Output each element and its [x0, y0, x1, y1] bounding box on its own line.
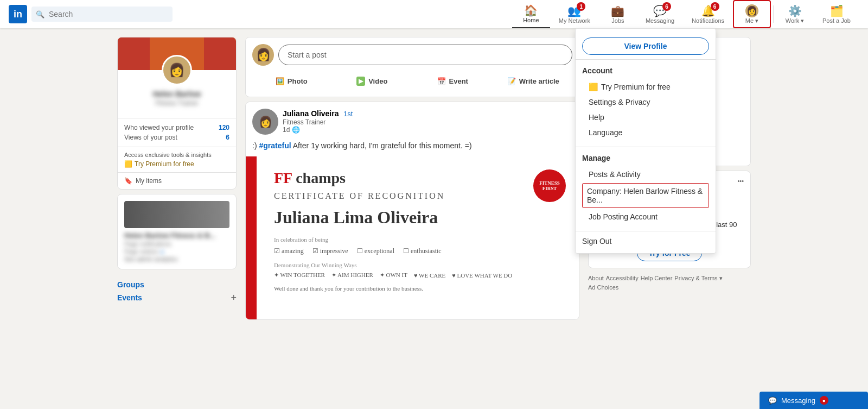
work-icon: ⚙️: [788, 4, 802, 17]
footer-help[interactable]: Help Center: [641, 275, 673, 282]
event-icon: 📅: [437, 77, 446, 85]
certificate-badge: FITNESSFIRST: [533, 169, 566, 202]
nav-item-network[interactable]: 👥 1 My Network: [550, 0, 599, 28]
ad-menu-icon[interactable]: •••: [737, 178, 744, 184]
help-dropdown-label: Help: [589, 113, 604, 122]
quality-impressive: ☑ impressive: [312, 247, 348, 255]
nav-label-me: Me ▾: [745, 17, 758, 24]
bottom-bar-icon: 💬: [768, 397, 777, 405]
language-dropdown-item[interactable]: Language: [582, 125, 709, 140]
sign-out-dropdown-item[interactable]: Sign Out: [576, 234, 716, 249]
profile-stats: Who viewed your profile 120 Views of you…: [118, 118, 236, 147]
company-name: Helen Barlow Fitness & B...: [124, 231, 229, 240]
video-icon: ▶: [356, 77, 365, 86]
footer-ad-choices[interactable]: Ad Choices: [588, 284, 618, 291]
search-input[interactable]: [31, 7, 173, 22]
settings-dropdown-item[interactable]: Settings & Privacy: [582, 95, 709, 110]
groups-link[interactable]: Groups: [117, 278, 237, 291]
post-user-avatar: 👩: [252, 109, 278, 135]
photo-icon: 🖼️: [276, 77, 284, 85]
profile-views-count: 120: [219, 124, 229, 131]
bottom-bar[interactable]: 💬 Messaging ●: [760, 392, 868, 409]
nav-item-notifications[interactable]: 🔔 6 Notifications: [683, 0, 733, 28]
certificate-thanks: Well done and thank you for your contrib…: [274, 285, 561, 292]
view-profile-button[interactable]: View Profile: [582, 37, 709, 55]
footer-links: About Accessibility Help Center Privacy …: [588, 273, 751, 293]
value-love: ♥ LOVE WHAT WE DO: [452, 272, 512, 279]
photo-button[interactable]: 🖼️ Photo: [252, 72, 331, 90]
footer-privacy[interactable]: Privacy & Terms ▾: [674, 275, 722, 282]
post-hashtag[interactable]: #grateful: [259, 141, 291, 150]
post-user-info: Juliana Oliveira 1st Fitness Trainer 1d …: [283, 109, 572, 134]
post-header: 👩 Juliana Oliveira 1st Fitness Trainer 1…: [246, 102, 579, 141]
premium-dropdown-label: Try Premium for free: [601, 83, 671, 91]
start-post-input[interactable]: Start a post: [278, 45, 572, 65]
add-event-button[interactable]: +: [231, 292, 237, 304]
company-notifications: Page notifications: [124, 241, 229, 247]
video-button[interactable]: ▶ Video: [333, 72, 412, 90]
badge-text: FITNESSFIRST: [539, 180, 560, 191]
footer-accessibility[interactable]: Accessibility: [606, 275, 639, 282]
premium-dropdown-item[interactable]: 🟨 Try Premium for free: [582, 79, 709, 95]
bottom-bar-badge: ●: [820, 396, 828, 405]
company-analytics-link[interactable]: See admin analytics: [124, 256, 229, 262]
certificate-winning: Demonstrating Our Winning Ways: [274, 262, 561, 268]
write-button[interactable]: 📝 Write article: [494, 72, 573, 90]
event-button[interactable]: 📅 Event: [413, 72, 492, 90]
settings-dropdown-label: Settings & Privacy: [589, 98, 650, 106]
start-post-placeholder: Start a post: [288, 51, 327, 59]
post-user-name: Juliana Oliveira 1st: [283, 109, 572, 118]
post-views-label: Views of your post: [124, 134, 177, 141]
certificate-title: CERTIFICATE OF RECOGNITION: [274, 191, 561, 201]
premium-link[interactable]: 🟨 Try Premium for free: [124, 160, 229, 168]
company-dropdown-item[interactable]: Company: Helen Barlow Fitness & Be...: [582, 183, 709, 208]
nav-label-post-job: Post a Job: [822, 17, 851, 24]
profile-avatar-wrap: 👩: [118, 55, 236, 85]
bookmark-icon: 🔖: [124, 177, 132, 185]
nav-item-jobs[interactable]: 💼 Jobs: [599, 0, 637, 28]
linkedin-logo[interactable]: in: [9, 5, 27, 23]
post-actions: 🖼️ Photo ▶ Video 📅 Event 📝 Write article: [252, 72, 572, 90]
video-label: Video: [368, 77, 387, 85]
my-items-link[interactable]: 🔖 My items: [124, 177, 229, 185]
me-avatar: 👩: [745, 4, 758, 17]
notifications-icon: 🔔 6: [701, 4, 715, 17]
feed: 👩 Start a post 🖼️ Photo ▶ Video 📅 Event: [245, 37, 579, 324]
post-views-row[interactable]: Views of your post 6: [124, 133, 229, 142]
me-avatar-icon: 👩: [745, 4, 758, 17]
nav-label-work: Work ▾: [786, 17, 805, 24]
company-dropdown-label: Company: Helen Barlow Fitness & Be...: [587, 187, 704, 204]
nav-item-home[interactable]: 🏠 Home: [512, 0, 550, 28]
profile-avatar: 👩: [162, 55, 192, 85]
items-section: 🔖 My items: [118, 172, 236, 189]
value-aim: ✦ AIM HIGHER: [331, 272, 373, 279]
nav-label-jobs: Jobs: [611, 17, 624, 24]
nav-item-messaging[interactable]: 💬 6 Messaging: [637, 0, 683, 28]
job-posting-dropdown-item[interactable]: Job Posting Account: [582, 209, 709, 224]
messaging-icon: 💬 6: [653, 4, 667, 17]
footer-about[interactable]: About: [588, 275, 604, 282]
profile-views-row[interactable]: Who viewed your profile 120: [124, 123, 229, 133]
account-section: Account 🟨 Try Premium for free Settings …: [576, 62, 716, 144]
nav-item-me[interactable]: 👩 Me ▾: [733, 0, 771, 28]
help-dropdown-item[interactable]: Help: [582, 110, 709, 125]
profile-name: Helen Barlow: [124, 90, 229, 98]
nav-label-network: My Network: [559, 17, 590, 24]
home-icon: 🏠: [524, 4, 538, 17]
manage-title: Manage: [582, 154, 709, 162]
globe-icon: 🌐: [292, 126, 300, 134]
events-link[interactable]: Events: [117, 291, 142, 304]
navbar: in 🏠 Home 👥 1 My Network 💼 Jobs 💬: [0, 0, 868, 28]
post-content: :) #grateful After 1y working hard, I'm …: [246, 141, 579, 156]
profile-card: 👩 Helen Barlow Fitness Trainer Who viewe…: [117, 37, 237, 190]
nav-divider: [773, 5, 774, 23]
post-input-row: 👩 Start a post: [252, 44, 572, 66]
nav-item-work[interactable]: ⚙️ Work ▾: [776, 0, 814, 28]
photo-label: Photo: [288, 77, 308, 85]
nav-item-post-job[interactable]: 🗂️ Post a Job: [814, 0, 859, 28]
job-posting-label: Job Posting Account: [589, 212, 658, 221]
manage-section: Manage Posts & Activity Company: Helen B…: [576, 149, 716, 229]
my-items-label: My items: [136, 177, 162, 185]
posts-activity-dropdown-item[interactable]: Posts & Activity: [582, 167, 709, 182]
account-title: Account: [582, 66, 709, 75]
